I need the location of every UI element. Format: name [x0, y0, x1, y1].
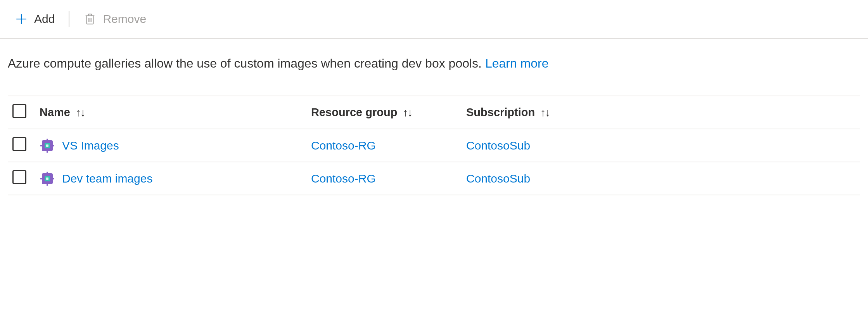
- toolbar-separator: [69, 11, 69, 27]
- svg-rect-8: [40, 145, 43, 146]
- table-header-row: Name ↑↓ Resource group ↑↓ Subscription ↑…: [8, 96, 860, 129]
- learn-more-link[interactable]: Learn more: [485, 56, 549, 70]
- remove-button-label: Remove: [103, 12, 146, 26]
- resource-group-link[interactable]: Contoso-RG: [311, 139, 376, 152]
- column-header-subscription[interactable]: Subscription ↑↓: [462, 96, 860, 129]
- svg-rect-18: [46, 177, 48, 180]
- column-header-name[interactable]: Name ↑↓: [35, 96, 306, 129]
- svg-rect-7: [47, 150, 48, 153]
- plus-icon: [15, 12, 28, 26]
- sort-icon: ↑↓: [403, 106, 412, 119]
- table-row: VS Images Contoso-RG ContosoSub: [8, 129, 860, 162]
- svg-rect-9: [52, 145, 54, 146]
- svg-rect-6: [47, 139, 48, 141]
- subscription-link[interactable]: ContosoSub: [466, 172, 530, 185]
- compute-gallery-icon: [40, 171, 55, 186]
- svg-rect-11: [46, 144, 48, 147]
- row-checkbox[interactable]: [12, 137, 26, 151]
- svg-rect-14: [47, 183, 48, 186]
- toolbar: Add Remove: [0, 0, 868, 39]
- subscription-link[interactable]: ContosoSub: [466, 139, 530, 152]
- remove-button[interactable]: Remove: [80, 11, 149, 27]
- svg-rect-15: [40, 178, 43, 179]
- gallery-name-link[interactable]: VS Images: [62, 139, 119, 152]
- column-header-resource-group[interactable]: Resource group ↑↓: [306, 96, 462, 129]
- table-row: Dev team images Contoso-RG ContosoSub: [8, 162, 860, 195]
- trash-icon: [83, 12, 97, 26]
- description-text: Azure compute galleries allow the use of…: [0, 39, 868, 96]
- gallery-name-link[interactable]: Dev team images: [62, 172, 152, 185]
- select-all-checkbox[interactable]: [12, 104, 26, 118]
- add-button-label: Add: [34, 12, 55, 26]
- svg-rect-16: [52, 178, 54, 179]
- row-checkbox[interactable]: [12, 170, 26, 184]
- add-button[interactable]: Add: [12, 11, 58, 27]
- sort-icon: ↑↓: [540, 106, 550, 119]
- sort-icon: ↑↓: [76, 106, 85, 119]
- compute-gallery-icon: [40, 138, 55, 153]
- svg-rect-13: [47, 172, 48, 174]
- resource-group-link[interactable]: Contoso-RG: [311, 172, 376, 185]
- galleries-table: Name ↑↓ Resource group ↑↓ Subscription ↑…: [8, 96, 860, 195]
